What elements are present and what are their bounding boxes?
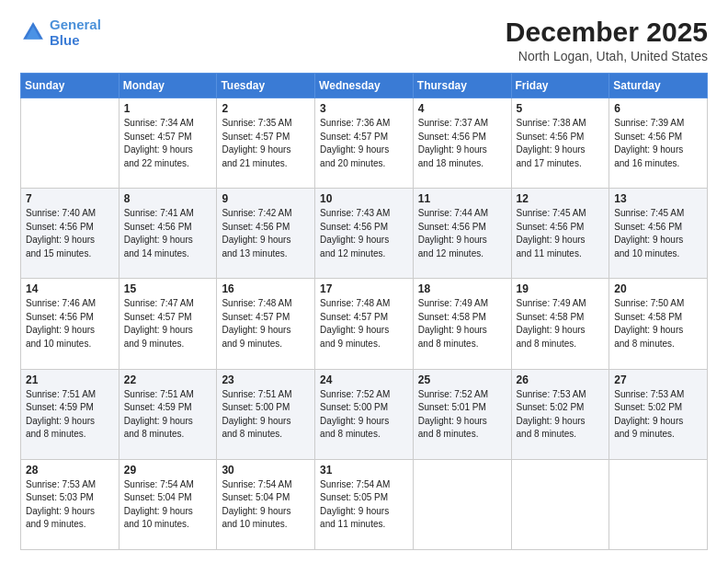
table-row: 18Sunrise: 7:49 AMSunset: 4:58 PMDayligh… — [413, 279, 511, 369]
day-info: Sunrise: 7:50 AMSunset: 4:58 PMDaylight:… — [614, 297, 702, 350]
day-number: 30 — [222, 464, 310, 477]
day-info: Sunrise: 7:47 AMSunset: 4:57 PMDaylight:… — [124, 297, 212, 350]
day-info: Sunrise: 7:42 AMSunset: 4:56 PMDaylight:… — [222, 207, 310, 260]
day-info: Sunrise: 7:49 AMSunset: 4:58 PMDaylight:… — [517, 297, 605, 350]
table-row — [511, 459, 609, 549]
day-info: Sunrise: 7:46 AMSunset: 4:56 PMDaylight:… — [26, 297, 114, 350]
day-number: 10 — [320, 192, 408, 205]
day-number: 20 — [614, 282, 702, 295]
day-number: 4 — [418, 102, 506, 115]
day-number: 7 — [26, 192, 114, 205]
logo-icon — [20, 19, 46, 45]
day-info: Sunrise: 7:51 AMSunset: 4:59 PMDaylight:… — [124, 388, 212, 442]
table-row: 12Sunrise: 7:45 AMSunset: 4:56 PMDayligh… — [511, 189, 609, 279]
day-number: 19 — [517, 282, 605, 295]
day-info: Sunrise: 7:48 AMSunset: 4:57 PMDaylight:… — [320, 297, 408, 350]
day-number: 11 — [418, 192, 506, 205]
day-info: Sunrise: 7:45 AMSunset: 4:56 PMDaylight:… — [517, 207, 605, 260]
day-info: Sunrise: 7:43 AMSunset: 4:56 PMDaylight:… — [320, 207, 408, 260]
table-row: 29Sunrise: 7:54 AMSunset: 5:04 PMDayligh… — [119, 459, 217, 549]
table-row — [609, 459, 708, 549]
table-row: 3Sunrise: 7:36 AMSunset: 4:57 PMDaylight… — [315, 98, 414, 189]
title-block: December 2025 North Logan, Utah, United … — [506, 17, 708, 63]
header-wednesday: Wednesday — [315, 74, 414, 98]
day-number: 13 — [614, 192, 702, 205]
table-row: 14Sunrise: 7:46 AMSunset: 4:56 PMDayligh… — [21, 279, 119, 369]
table-row: 17Sunrise: 7:48 AMSunset: 4:57 PMDayligh… — [315, 279, 414, 369]
day-number: 23 — [222, 373, 310, 386]
table-row: 10Sunrise: 7:43 AMSunset: 4:56 PMDayligh… — [315, 189, 414, 279]
day-number: 31 — [320, 464, 408, 477]
day-number: 15 — [124, 282, 212, 295]
day-number: 5 — [517, 102, 605, 115]
logo-line1: General — [50, 17, 101, 32]
header-thursday: Thursday — [413, 74, 511, 98]
calendar-week-row: 1Sunrise: 7:34 AMSunset: 4:57 PMDaylight… — [21, 98, 708, 189]
table-row: 30Sunrise: 7:54 AMSunset: 5:04 PMDayligh… — [217, 459, 315, 549]
day-number: 6 — [614, 102, 702, 115]
day-info: Sunrise: 7:54 AMSunset: 5:04 PMDaylight:… — [124, 478, 212, 532]
table-row: 9Sunrise: 7:42 AMSunset: 4:56 PMDaylight… — [217, 189, 315, 279]
day-number: 14 — [26, 282, 114, 295]
table-row: 6Sunrise: 7:39 AMSunset: 4:56 PMDaylight… — [609, 98, 708, 189]
day-info: Sunrise: 7:51 AMSunset: 4:59 PMDaylight:… — [26, 388, 114, 442]
day-info: Sunrise: 7:35 AMSunset: 4:57 PMDaylight:… — [222, 117, 310, 170]
location-title: North Logan, Utah, United States — [506, 49, 708, 63]
day-info: Sunrise: 7:52 AMSunset: 5:01 PMDaylight:… — [418, 388, 506, 442]
day-number: 24 — [320, 373, 408, 386]
table-row: 4Sunrise: 7:37 AMSunset: 4:56 PMDaylight… — [413, 98, 511, 189]
day-number: 21 — [26, 373, 114, 386]
day-number: 25 — [418, 373, 506, 386]
table-row: 31Sunrise: 7:54 AMSunset: 5:05 PMDayligh… — [315, 459, 414, 549]
day-number: 16 — [222, 282, 310, 295]
day-number: 22 — [124, 373, 212, 386]
day-info: Sunrise: 7:48 AMSunset: 4:57 PMDaylight:… — [222, 297, 310, 350]
page: General Blue December 2025 North Logan, … — [0, 0, 728, 563]
day-info: Sunrise: 7:45 AMSunset: 4:56 PMDaylight:… — [614, 207, 702, 260]
table-row: 23Sunrise: 7:51 AMSunset: 5:00 PMDayligh… — [217, 369, 315, 459]
day-info: Sunrise: 7:40 AMSunset: 4:56 PMDaylight:… — [26, 207, 114, 260]
table-row: 25Sunrise: 7:52 AMSunset: 5:01 PMDayligh… — [413, 369, 511, 459]
calendar-table: Sunday Monday Tuesday Wednesday Thursday… — [20, 73, 708, 550]
day-info: Sunrise: 7:54 AMSunset: 5:05 PMDaylight:… — [320, 478, 408, 532]
table-row: 27Sunrise: 7:53 AMSunset: 5:02 PMDayligh… — [609, 369, 708, 459]
table-row: 20Sunrise: 7:50 AMSunset: 4:58 PMDayligh… — [609, 279, 708, 369]
day-number: 12 — [517, 192, 605, 205]
table-row: 28Sunrise: 7:53 AMSunset: 5:03 PMDayligh… — [21, 459, 119, 549]
table-row: 7Sunrise: 7:40 AMSunset: 4:56 PMDaylight… — [21, 189, 119, 279]
day-info: Sunrise: 7:49 AMSunset: 4:58 PMDaylight:… — [418, 297, 506, 350]
day-info: Sunrise: 7:37 AMSunset: 4:56 PMDaylight:… — [418, 117, 506, 170]
calendar-week-row: 21Sunrise: 7:51 AMSunset: 4:59 PMDayligh… — [21, 369, 708, 459]
header-tuesday: Tuesday — [217, 74, 315, 98]
table-row: 11Sunrise: 7:44 AMSunset: 4:56 PMDayligh… — [413, 189, 511, 279]
day-number: 28 — [26, 464, 114, 477]
day-info: Sunrise: 7:53 AMSunset: 5:03 PMDaylight:… — [26, 478, 114, 532]
calendar-week-row: 14Sunrise: 7:46 AMSunset: 4:56 PMDayligh… — [21, 279, 708, 369]
logo-line2: Blue — [50, 32, 80, 48]
table-row — [21, 98, 119, 189]
calendar-header-row: Sunday Monday Tuesday Wednesday Thursday… — [21, 74, 708, 98]
header-friday: Friday — [511, 74, 609, 98]
header-saturday: Saturday — [609, 74, 708, 98]
month-title: December 2025 — [506, 17, 708, 47]
table-row: 1Sunrise: 7:34 AMSunset: 4:57 PMDaylight… — [119, 98, 217, 189]
day-number: 26 — [517, 373, 605, 386]
table-row: 19Sunrise: 7:49 AMSunset: 4:58 PMDayligh… — [511, 279, 609, 369]
logo-text: General Blue — [50, 17, 101, 49]
table-row: 15Sunrise: 7:47 AMSunset: 4:57 PMDayligh… — [119, 279, 217, 369]
header: General Blue December 2025 North Logan, … — [20, 17, 708, 63]
day-info: Sunrise: 7:41 AMSunset: 4:56 PMDaylight:… — [124, 207, 212, 260]
table-row: 16Sunrise: 7:48 AMSunset: 4:57 PMDayligh… — [217, 279, 315, 369]
header-monday: Monday — [119, 74, 217, 98]
table-row: 13Sunrise: 7:45 AMSunset: 4:56 PMDayligh… — [609, 189, 708, 279]
day-info: Sunrise: 7:51 AMSunset: 5:00 PMDaylight:… — [222, 388, 310, 442]
table-row: 21Sunrise: 7:51 AMSunset: 4:59 PMDayligh… — [21, 369, 119, 459]
day-number: 18 — [418, 282, 506, 295]
day-number: 1 — [124, 102, 212, 115]
logo: General Blue — [20, 17, 101, 49]
table-row: 24Sunrise: 7:52 AMSunset: 5:00 PMDayligh… — [315, 369, 414, 459]
day-number: 2 — [222, 102, 310, 115]
day-info: Sunrise: 7:39 AMSunset: 4:56 PMDaylight:… — [614, 117, 702, 170]
table-row: 26Sunrise: 7:53 AMSunset: 5:02 PMDayligh… — [511, 369, 609, 459]
day-info: Sunrise: 7:36 AMSunset: 4:57 PMDaylight:… — [320, 117, 408, 170]
